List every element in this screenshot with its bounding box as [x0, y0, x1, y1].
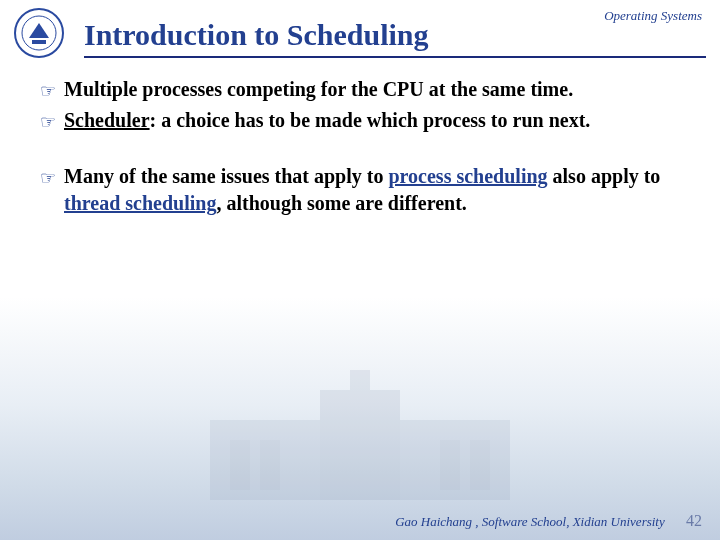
svg-rect-2 — [350, 370, 370, 390]
svg-rect-4 — [260, 440, 280, 490]
svg-rect-0 — [210, 420, 510, 500]
text-segment: , although some are different. — [216, 192, 466, 214]
link-thread-scheduling[interactable]: thread scheduling — [64, 192, 216, 214]
pointing-hand-icon: ☞ — [40, 166, 56, 190]
link-process-scheduling[interactable]: process scheduling — [388, 165, 547, 187]
slide-footer: Gao Haichang , Software School, Xidian U… — [395, 512, 702, 530]
bullet-rest: : a choice has to be made which process … — [150, 109, 591, 131]
course-label: Operating Systems — [604, 8, 702, 24]
bullet-text: Many of the same issues that apply to pr… — [64, 163, 690, 217]
university-seal-logo — [14, 8, 64, 58]
slide-content: ☞ Multiple processes competing for the C… — [0, 58, 720, 217]
svg-rect-6 — [470, 440, 490, 490]
background-building-image — [150, 360, 570, 510]
pointing-hand-icon: ☞ — [40, 110, 56, 134]
bullet-text: Multiple processes competing for the CPU… — [64, 76, 573, 103]
slide-header: Introduction to Scheduling Operating Sys… — [0, 0, 720, 58]
page-number: 42 — [686, 512, 702, 529]
svg-rect-3 — [230, 440, 250, 490]
bullet-item: ☞ Scheduler: a choice has to be made whi… — [40, 107, 690, 134]
underlined-term: Scheduler — [64, 109, 150, 131]
bullet-item: ☞ Many of the same issues that apply to … — [40, 163, 690, 217]
footer-author: Gao Haichang , Software School, Xidian U… — [395, 514, 665, 529]
svg-rect-1 — [320, 390, 400, 500]
text-segment: also apply to — [548, 165, 661, 187]
title-container: Introduction to Scheduling — [84, 18, 706, 58]
bullet-text: Scheduler: a choice has to be made which… — [64, 107, 590, 134]
pointing-hand-icon: ☞ — [40, 79, 56, 103]
bullet-item: ☞ Multiple processes competing for the C… — [40, 76, 690, 103]
svg-rect-5 — [440, 440, 460, 490]
text-segment: Many of the same issues that apply to — [64, 165, 388, 187]
